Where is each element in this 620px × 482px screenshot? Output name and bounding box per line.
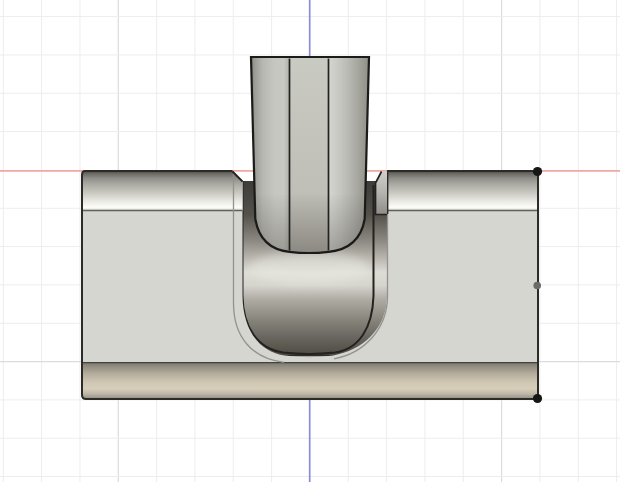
block-bottom-fillet-band[interactable]: [82, 362, 538, 400]
selection-handle-vertex-bottom-right[interactable]: [533, 394, 542, 403]
selection-handle-edge-midpoint-right[interactable]: [533, 282, 541, 290]
vertical-tube[interactable]: [251, 57, 369, 253]
cad-viewport[interactable]: [0, 0, 620, 482]
viewport-canvas[interactable]: [0, 0, 620, 482]
model-tee-fitting-section[interactable]: [82, 57, 538, 400]
selection-handle-vertex-top-right[interactable]: [533, 167, 542, 176]
channel-highlight: [249, 252, 369, 284]
